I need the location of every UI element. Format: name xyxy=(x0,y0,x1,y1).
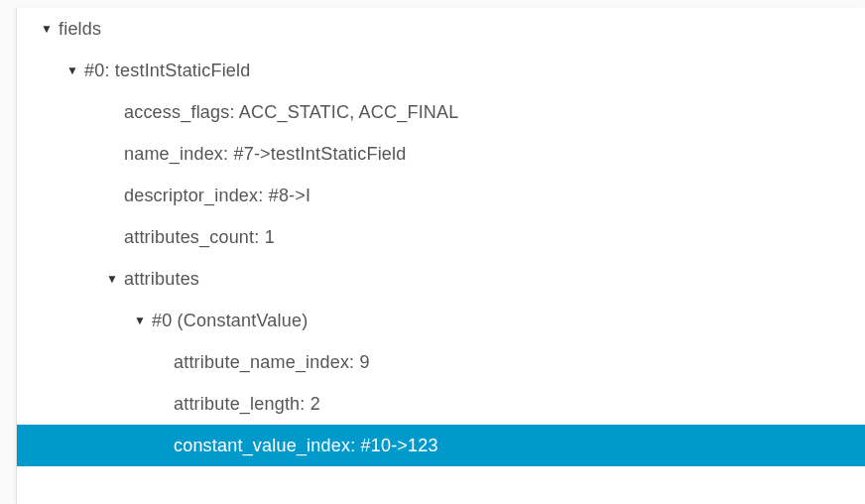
chevron-down-icon[interactable]: ▼ xyxy=(106,272,118,286)
node-label: #0 (ConstantValue) xyxy=(152,311,308,331)
tree-node-fields[interactable]: ▼ fields xyxy=(17,8,865,50)
node-label: fields xyxy=(59,19,101,40)
chevron-down-icon[interactable]: ▼ xyxy=(134,314,146,327)
chevron-down-icon[interactable]: ▼ xyxy=(66,63,78,77)
node-label: access_flags: ACC_STATIC, ACC_FINAL xyxy=(124,102,458,123)
tree-node-attribute-0[interactable]: ▼ #0 (ConstantValue) xyxy=(17,300,865,341)
tree-leaf-constant-value-index[interactable]: constant_value_index: #10->123 xyxy=(17,425,865,466)
node-label: constant_value_index: #10->123 xyxy=(174,436,438,456)
tree-node-attributes[interactable]: ▼ attributes xyxy=(17,258,865,300)
chevron-down-icon[interactable]: ▼ xyxy=(41,22,53,36)
node-label: attributes_count: 1 xyxy=(124,227,275,248)
node-label: #0: testIntStaticField xyxy=(84,61,250,81)
tree-node-field-0[interactable]: ▼ #0: testIntStaticField xyxy=(17,50,865,91)
node-label: attribute_name_index: 9 xyxy=(174,352,370,373)
tree-leaf-attributes-count[interactable]: attributes_count: 1 xyxy=(17,216,865,258)
node-label: attributes xyxy=(124,269,199,290)
tree-leaf-descriptor-index[interactable]: descriptor_index: #8->I xyxy=(17,175,865,216)
node-label: name_index: #7->testIntStaticField xyxy=(124,144,406,165)
node-label: descriptor_index: #8->I xyxy=(124,186,310,206)
tree-leaf-name-index[interactable]: name_index: #7->testIntStaticField xyxy=(17,133,865,175)
tree-leaf-attribute-length[interactable]: attribute_length: 2 xyxy=(17,383,865,425)
tree-leaf-attribute-name-index[interactable]: attribute_name_index: 9 xyxy=(17,341,865,383)
tree-leaf-access-flags[interactable]: access_flags: ACC_STATIC, ACC_FINAL xyxy=(17,91,865,133)
tree-view: ▼ fields ▼ #0: testIntStaticField access… xyxy=(16,8,865,504)
node-label: attribute_length: 2 xyxy=(174,394,320,415)
